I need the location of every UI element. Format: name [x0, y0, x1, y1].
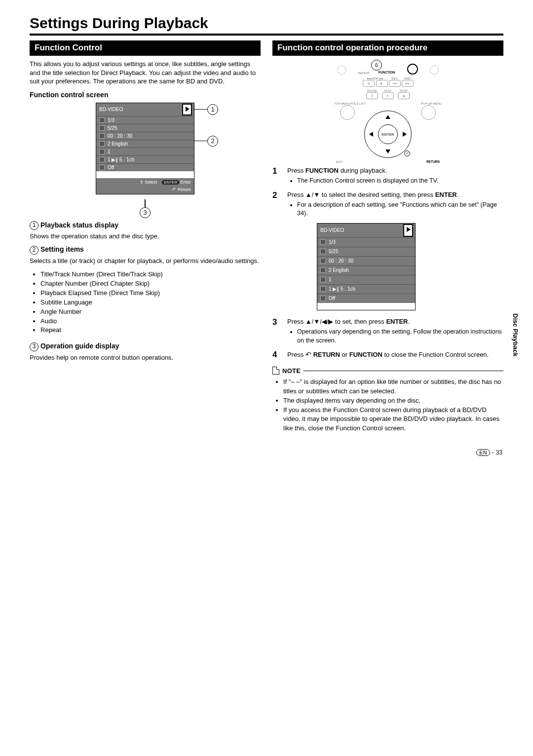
divider	[30, 34, 503, 36]
subtitle-icon	[99, 141, 105, 147]
down-arrow-icon	[385, 150, 390, 153]
step-1-num: 1	[272, 166, 281, 186]
section-fc-procedure: Function control operation procedure	[272, 40, 503, 56]
item2-heading: 2Setting items	[30, 245, 261, 254]
step-3-num: 3	[272, 317, 281, 345]
function-button	[407, 64, 418, 75]
return-icon: ↶	[404, 151, 410, 156]
page-footer: EN - 33	[476, 449, 502, 456]
step-2-num: 2	[272, 190, 281, 312]
play-icon	[404, 225, 412, 236]
page-title: Settings During Playback	[30, 15, 503, 32]
left-arrow-icon	[369, 132, 373, 137]
pause-button: ∥	[366, 92, 378, 99]
fc-screen-diagram: BD-VIDEO 1/3 5/25 00 : 20 : 30 2 English…	[30, 103, 261, 194]
dpad: ENTER ↶	[364, 111, 412, 158]
left-column: Function Control This allows you to adju…	[30, 40, 261, 440]
section-function-control: Function Control	[30, 40, 261, 56]
angle-icon	[99, 149, 105, 154]
rev-button: ◂◂	[389, 80, 401, 87]
enter-button: ENTER	[378, 124, 398, 144]
item1-heading: 1Playback status display	[30, 221, 261, 230]
title-icon	[99, 117, 105, 123]
top-menu-button	[340, 105, 355, 120]
step-4-num: 4	[272, 350, 281, 360]
item2-bullets: Title/Track Number (Direct Title/Track S…	[30, 270, 261, 335]
skip-next-button: |▸	[376, 80, 388, 87]
item3-heading: 3Operation guide display	[30, 342, 261, 351]
fc-screen-label: Function control screen	[30, 91, 261, 99]
play-icon	[183, 105, 191, 114]
popup-menu-button	[421, 105, 436, 120]
stop-button: ■	[398, 92, 410, 99]
right-arrow-icon	[403, 132, 407, 137]
procedure-steps: 1 Press FUNCTION during playback. The Fu…	[272, 166, 503, 360]
fc-screen: BD-VIDEO 1/3 5/25 00 : 20 : 30 2 English…	[96, 103, 194, 194]
item1-text: Shows the operation status and the disc …	[30, 232, 261, 241]
fc-screen-2: BD-VIDEO 1/3 5/25 00 : 20 : 30 2 English…	[317, 223, 416, 310]
note-icon	[272, 367, 279, 375]
right-column: Function control operation procedure 0 R…	[272, 40, 503, 440]
remote-btn-placeholder2	[430, 66, 439, 75]
fc-header: BD-VIDEO	[99, 107, 123, 112]
note-section: NOTE If "– –" is displayed for an option…	[272, 367, 503, 433]
callout-2: 2	[207, 136, 218, 147]
fwd-button: ▸▸	[402, 80, 414, 87]
play-button: ▸	[382, 92, 394, 99]
repeat-icon	[99, 165, 105, 170]
remote-diagram: 0 REPEAT FUNCTION ◂◂◂ SKIP ▸▸▸ ◂||▸ RE	[331, 60, 445, 161]
time-icon	[99, 133, 105, 139]
audio-icon	[99, 157, 105, 162]
item2-text: Selects a title (or track) or chapter fo…	[30, 257, 261, 265]
remote-btn-placeholder	[337, 66, 346, 75]
chapter-icon	[99, 125, 105, 131]
intro-text: This allows you to adjust various settin…	[30, 60, 261, 86]
zero-button: 0	[371, 60, 382, 71]
item3-text: Provides help on remote control button o…	[30, 353, 261, 362]
skip-prev-button: ◂|	[363, 80, 375, 87]
up-arrow-icon	[385, 115, 390, 119]
callout-3: 3	[140, 207, 151, 218]
side-tab: Disc Playback	[512, 313, 519, 356]
callout-1: 1	[207, 104, 218, 115]
